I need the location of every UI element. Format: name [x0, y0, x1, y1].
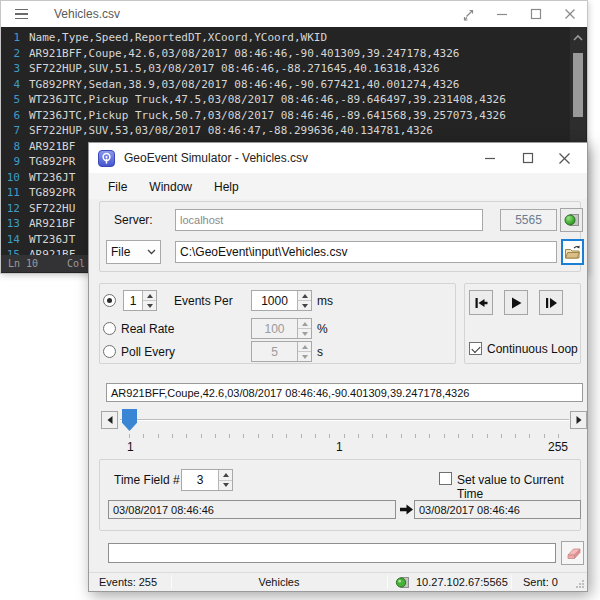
scrollbar-thumb[interactable]: [573, 53, 583, 117]
current-event-field[interactable]: AR921BFF,Coupe,42.6,03/08/2017 08:46:46,…: [106, 383, 583, 402]
play-icon: [510, 296, 523, 310]
server-host-field[interactable]: localhost: [175, 209, 483, 231]
simulator-statusbar: Events: 255 Vehicles 10.27.102.67:5565 S…: [89, 572, 587, 591]
close-button[interactable]: [553, 1, 587, 27]
poll-every-label: Poll Every: [121, 345, 175, 359]
slider-max-label: 255: [548, 440, 568, 454]
slider-thumb[interactable]: [122, 409, 137, 431]
ms-unit-label: ms: [317, 294, 333, 308]
line-indicator: Ln 10: [8, 258, 38, 269]
server-port-field[interactable]: 5565: [500, 209, 557, 231]
menu-bar: File Window Help: [89, 173, 587, 199]
simulator-window-title: GeoEvent Simulator - Vehicles.csv: [124, 151, 308, 165]
csv-line: 4TG892PRY,Sedan,38.9,03/08/2017 08:46:46…: [1, 77, 571, 93]
spin-up-icon[interactable]: [143, 291, 156, 300]
poll-every-radio[interactable]: [103, 345, 116, 358]
green-ball-icon: [395, 576, 410, 589]
arrow-left-icon: [106, 415, 114, 425]
csv-line: 7SF722HUP,SUV,53,03/08/2017 08:46:47,-88…: [1, 123, 571, 139]
minimize-button[interactable]: [485, 1, 519, 27]
menu-file[interactable]: File: [97, 175, 138, 199]
time-field-label: Time Field #: [114, 473, 180, 487]
close-button[interactable]: [549, 143, 579, 173]
spin-down-icon[interactable]: [143, 300, 156, 310]
menu-help[interactable]: Help: [203, 175, 250, 199]
connect-button[interactable]: [560, 208, 583, 232]
fixed-rate-radio[interactable]: [103, 294, 116, 307]
interval-ms-spinner[interactable]: 1000: [251, 290, 312, 311]
real-rate-radio[interactable]: [103, 322, 116, 335]
step-forward-button[interactable]: [539, 290, 563, 315]
slider-left-button[interactable]: [101, 411, 118, 429]
events-count-spinner[interactable]: 1: [123, 290, 157, 311]
clear-button[interactable]: [561, 541, 584, 565]
percent-unit-label: %: [317, 322, 328, 336]
time-from-field[interactable]: 03/08/2017 08:46:46: [108, 500, 396, 519]
continuous-loop-label: Continuous Loop: [487, 342, 578, 356]
poll-seconds-spinner: 5: [251, 341, 312, 362]
spin-down-icon[interactable]: [298, 300, 311, 310]
browse-file-button[interactable]: [561, 239, 584, 265]
play-button[interactable]: [504, 290, 528, 315]
expand-icon[interactable]: [451, 1, 485, 27]
maximize-button[interactable]: [519, 1, 553, 27]
set-current-time-checkbox[interactable]: [439, 472, 452, 485]
sent-count: Sent: 0: [523, 576, 558, 588]
eraser-icon: [564, 546, 581, 561]
menu-window[interactable]: Window: [138, 175, 203, 199]
geoevent-app-icon: [98, 150, 115, 167]
arrow-right-icon: [399, 502, 414, 517]
slider-track[interactable]: [120, 419, 569, 421]
connection-address: 10.27.102.67:5565: [416, 576, 508, 588]
spin-up-icon[interactable]: [219, 470, 232, 480]
slider-right-button[interactable]: [570, 411, 587, 429]
spin-down-icon[interactable]: [219, 480, 232, 491]
csv-line: 1Name,Type,Speed,ReportedDT,XCoord,YCoor…: [1, 30, 571, 46]
resize-grip-icon[interactable]: [575, 579, 585, 589]
geoevent-simulator-window: GeoEvent Simulator - Vehicles.csv File W…: [88, 142, 588, 592]
skip-to-start-icon: [474, 296, 489, 310]
step-forward-icon: [544, 296, 558, 310]
time-to-field[interactable]: 03/08/2017 08:46:46: [414, 500, 581, 519]
editor-titlebar: Vehicles.csv: [1, 1, 587, 27]
progress-field: [108, 543, 556, 563]
arrow-right-icon: [575, 415, 583, 425]
feed-name: Vehicles: [171, 576, 387, 588]
events-per-label: Events Per: [174, 294, 233, 308]
slider-min-label: 1: [127, 440, 134, 454]
csv-line: 3SF722HUP,SUV,51.5,03/08/2017 08:46:46,-…: [1, 61, 571, 77]
real-rate-spinner: 100: [251, 318, 312, 339]
spin-up-icon[interactable]: [298, 291, 311, 300]
csv-line: 2AR921BFF,Coupe,42.6,03/08/2017 08:46:46…: [1, 46, 571, 62]
csv-line: 5WT236JTC,Pickup Truck,47.5,03/08/2017 0…: [1, 92, 571, 108]
column-indicator: Col: [67, 258, 85, 269]
green-ball-icon: [563, 212, 580, 228]
chevron-down-icon: [147, 249, 156, 255]
step-to-start-button[interactable]: [469, 290, 493, 315]
editor-window-title: Vehicles.csv: [54, 7, 120, 21]
source-type-dropdown[interactable]: File: [106, 240, 161, 264]
slider-ticks: [129, 434, 571, 438]
real-rate-label: Real Rate: [121, 322, 174, 336]
time-field-spinner[interactable]: 3: [181, 469, 233, 491]
seconds-unit-label: s: [317, 345, 323, 359]
events-count: Events: 255: [99, 576, 157, 588]
csv-line: 6WT236JTC,Pickup Truck,50.7,03/08/2017 0…: [1, 108, 571, 124]
continuous-loop-checkbox[interactable]: [469, 342, 482, 355]
file-path-field[interactable]: C:\GeoEvent\input\Vehicles.csv: [175, 241, 557, 263]
scroll-up-icon[interactable]: [571, 33, 585, 43]
set-current-time-label: Set value to Current Time: [457, 473, 587, 501]
minimize-button[interactable]: [475, 143, 505, 173]
server-label: Server:: [114, 213, 153, 227]
hamburger-menu-icon[interactable]: [15, 9, 28, 20]
maximize-button[interactable]: [513, 143, 543, 173]
slider-mid-label: 1: [336, 440, 343, 454]
open-folder-icon: [564, 244, 581, 260]
simulator-titlebar: GeoEvent Simulator - Vehicles.csv: [89, 143, 587, 173]
